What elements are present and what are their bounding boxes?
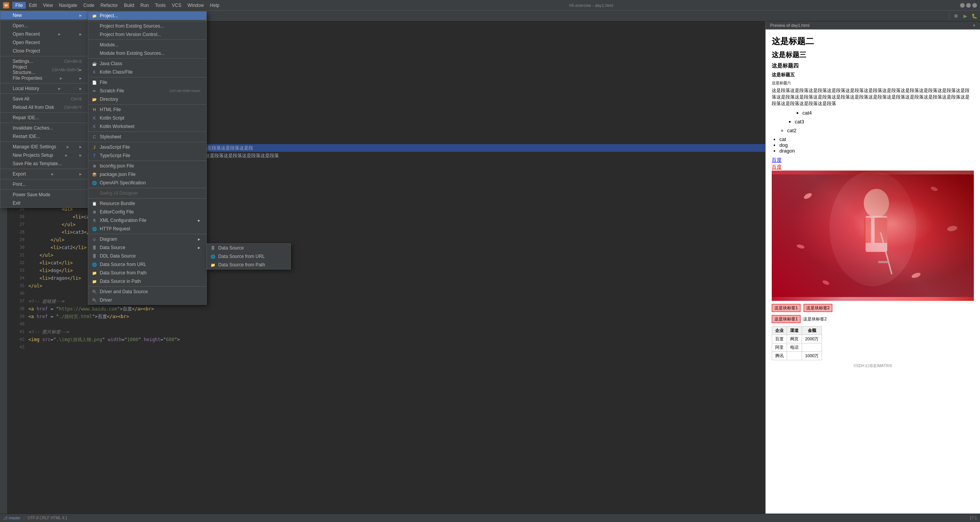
data-source-submenu[interactable]: 🗄 Data Source 🌐 Data Source from URL 📁 D… <box>206 243 291 269</box>
submenu-kotlin[interactable]: K Kotlin Class/File <box>88 68 206 76</box>
submenu-diagram[interactable]: ◇ Diagram ▶ <box>88 235 206 243</box>
menu-export[interactable]: Export ▶ <box>0 170 88 178</box>
invalidate-label: Invalidate Caches... <box>13 125 53 131</box>
submenu-driver-label: Driver <box>100 297 112 303</box>
submenu-tsconfig[interactable]: ⚙ tsconfig.json File <box>88 162 206 170</box>
ds-datasource[interactable]: 🗄 Data Source <box>207 244 290 252</box>
submenu-ds-url[interactable]: 🌐 Data Source from URL <box>88 260 206 269</box>
submenu-project-existing[interactable]: Project from Existing Sources... <box>88 22 206 30</box>
submenu-http-label: HTTP Request <box>100 226 130 231</box>
menu-restart[interactable]: Restart IDE... <box>0 132 88 141</box>
menu-window[interactable]: Window <box>184 2 207 9</box>
submenu-ds-path-label: Data Source from Path <box>100 270 147 276</box>
preview-h3: 这是标题三 <box>772 50 974 59</box>
menu-code[interactable]: Code <box>80 2 97 9</box>
menu-reload[interactable]: Reload All from Disk Ctrl+Alt+Y <box>0 103 88 112</box>
menu-build[interactable]: Build <box>121 2 137 9</box>
preview-link1[interactable]: 百度 <box>772 157 782 163</box>
menu-new-projects[interactable]: New Projects Setup ▶ <box>0 151 88 159</box>
toolbar-run[interactable]: ▶ <box>961 12 969 20</box>
submenu-project-vcs[interactable]: Project from Version Control... <box>88 30 206 39</box>
toolbar-debug[interactable]: 🐛 <box>970 12 978 20</box>
save-template-label: Save File as Template... <box>13 161 62 166</box>
submenu-datasource[interactable]: 🗄 Data Source ▶ 🗄 Data Source 🌐 Data Sou… <box>88 243 206 252</box>
menu-file-properties[interactable]: File Properties ▶ <box>0 74 88 82</box>
preview-link2[interactable]: 百度 <box>772 164 782 170</box>
menu-invalidate[interactable]: Invalidate Caches... <box>0 124 88 132</box>
close-btn[interactable] <box>972 3 977 8</box>
submenu-directory-label: Directory <box>100 97 118 102</box>
menu-help[interactable]: Help <box>207 2 222 9</box>
sep <box>88 198 206 199</box>
submenu-js[interactable]: J JavaScript File <box>88 143 206 151</box>
kotlin-icon: K <box>91 69 97 75</box>
preview-li: cat3 <box>795 119 974 125</box>
new-submenu[interactable]: 📁 Project... Project from Existing Sourc… <box>88 11 207 305</box>
submenu-driver-ds[interactable]: 🔌 Driver and Data Source <box>88 287 206 296</box>
menu-open-recent[interactable]: Open Recent ▶ <box>0 30 88 38</box>
submenu-kotlin-worksheet[interactable]: K Kotlin Worksheet <box>88 122 206 131</box>
submenu-package[interactable]: 📦 package.json File <box>88 170 206 179</box>
menu-refactor[interactable]: Refactor <box>97 2 121 9</box>
menu-edit[interactable]: Edit <box>26 2 40 9</box>
submenu-http[interactable]: 🌐 HTTP Request <box>88 225 206 233</box>
menu-close-project[interactable]: Close Project <box>0 47 88 55</box>
submenu-ts[interactable]: T TypeScript File <box>88 151 206 160</box>
ds-from-path[interactable]: 📁 Data Source from Path <box>207 261 290 269</box>
submenu-java[interactable]: ☕ Java Class <box>88 59 206 68</box>
code-line: 41 <!-- 图片标签--> <box>8 328 765 336</box>
menu-navigate[interactable]: Navigate <box>56 2 80 9</box>
submenu-directory[interactable]: 📂 Directory <box>88 95 206 103</box>
preview-li: cat4 <box>802 110 974 116</box>
menu-print[interactable]: Print... <box>0 180 88 189</box>
menu-run[interactable]: Run <box>137 2 152 9</box>
submenu-ddl[interactable]: 🗄 DDL Data Source <box>88 252 206 260</box>
submenu-file[interactable]: 📄 File <box>88 78 206 87</box>
submenu-scratch[interactable]: ✏ Scratch File Ctrl+Alt+Shift+Insert <box>88 87 206 95</box>
submenu-stylesheet[interactable]: C Stylesheet <box>88 133 206 141</box>
menu-vcs[interactable]: VCS <box>169 2 184 9</box>
menu-view[interactable]: View <box>40 2 56 9</box>
submenu-openapi-label: OpenAPI Specification <box>100 180 146 185</box>
menu-open-recent2[interactable]: Open Recent <box>0 38 88 47</box>
svg-point-7 <box>930 186 938 192</box>
ds-url-icon: 🌐 <box>210 253 216 259</box>
sep <box>88 77 206 77</box>
menu-file[interactable]: File <box>12 2 26 9</box>
submenu-project[interactable]: 📁 Project... <box>88 11 206 20</box>
submenu-module-existing[interactable]: Module from Existing Sources... <box>88 49 206 57</box>
driver-ds-icon: 🔌 <box>91 289 97 295</box>
submenu-html[interactable]: H HTML File <box>88 105 206 114</box>
menu-repair[interactable]: Repair IDE... <box>0 113 88 122</box>
menu-open[interactable]: Open... <box>0 21 88 30</box>
menu-new[interactable]: New ▶ 📁 Project... Project from Existing… <box>0 11 88 20</box>
menu-project-structure[interactable]: Project Structure... Ctrl+Alt+Shift+S <box>0 66 88 74</box>
menu-save-template[interactable]: Save File as Template... <box>0 159 88 168</box>
menu-manage-ide[interactable]: Manage IDE Settings ▶ <box>0 143 88 151</box>
submenu-openapi[interactable]: 🌐 OpenAPI Specification <box>88 179 206 187</box>
submenu-resource[interactable]: 📋 Resource Bundle <box>88 199 206 208</box>
table-header-channel: 渠道 <box>787 327 802 335</box>
submenu-xmlconfig-label: XML Configuration File <box>100 218 147 223</box>
submenu-xmlconfig[interactable]: X XML Configuration File ▶ <box>88 216 206 225</box>
toolbar-settings[interactable]: ⚙ <box>952 12 960 20</box>
editorconfig-icon: ⚙ <box>91 209 97 215</box>
menu-tools[interactable]: Tools <box>152 2 169 9</box>
submenu-kotlin-script[interactable]: K Kotlin Script <box>88 114 206 122</box>
maximize-btn[interactable] <box>966 3 971 8</box>
submenu-ds-path[interactable]: 📁 Data Source from Path <box>88 269 206 277</box>
file-menu-dropdown[interactable]: New ▶ 📁 Project... Project from Existing… <box>0 11 88 208</box>
submenu-ds-inpath[interactable]: 📁 Data Source in Path <box>88 277 206 286</box>
ds-from-url[interactable]: 🌐 Data Source from URL <box>207 252 290 261</box>
menu-local-history[interactable]: Local History ▶ <box>0 84 88 93</box>
menu-save-all[interactable]: Save All Ctrl+S <box>0 95 88 103</box>
submenu-editorconfig[interactable]: ⚙ EditorConfig File <box>88 208 206 216</box>
preview-close[interactable]: × <box>973 23 975 28</box>
submenu-driver[interactable]: 🔌 Driver <box>88 296 206 304</box>
submenu-swing[interactable]: Swing UI Designer <box>88 189 206 197</box>
preview-pane: Preview of day1.html × 这是标题二 这是标题三 这是标题四… <box>765 21 980 520</box>
minimize-btn[interactable] <box>960 3 965 8</box>
menu-power-save[interactable]: Power Save Mode <box>0 190 88 199</box>
menu-exit[interactable]: Exit <box>0 199 88 207</box>
submenu-module[interactable]: Module... <box>88 41 206 49</box>
